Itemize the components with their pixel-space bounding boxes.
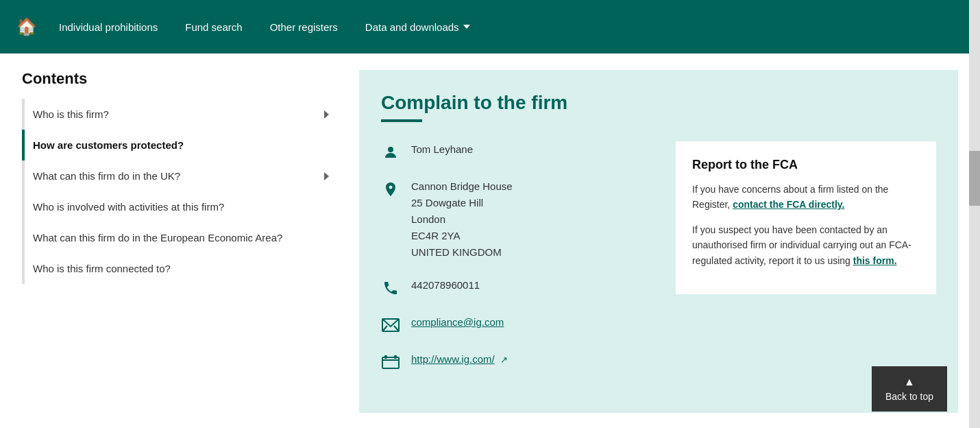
- nav-other-registers[interactable]: Other registers: [270, 21, 338, 33]
- email-icon: [381, 316, 400, 335]
- complain-divider: [381, 119, 422, 122]
- contact-address: Cannon Bridge House 25 Dowgate Hill Lond…: [411, 178, 513, 261]
- navigation: 🏠 Individual prohibitions Fund search Ot…: [0, 0, 980, 54]
- chevron-right-icon-2: [324, 172, 329, 180]
- svg-rect-7: [394, 355, 397, 359]
- svg-line-2: [382, 326, 387, 331]
- svg-rect-6: [384, 355, 387, 359]
- contact-name: Tom Leyhane: [411, 141, 473, 158]
- contents-title: Contents: [22, 70, 337, 88]
- svg-point-0: [388, 147, 393, 152]
- location-icon: [381, 180, 400, 199]
- website-icon: [381, 353, 400, 372]
- nav-links: Individual prohibitions Fund search Othe…: [59, 21, 470, 33]
- complain-title: Complain to the firm: [381, 92, 936, 114]
- chevron-right-icon: [324, 110, 329, 119]
- sidebar-item-connected-to[interactable]: Who is this firm connected to?: [22, 253, 337, 284]
- page-content: Contents Who is this firm? How are custo…: [0, 54, 980, 428]
- contact-website-row: http://www.ig.com/ ↗: [381, 351, 659, 372]
- sidebar: Contents Who is this firm? How are custo…: [22, 70, 337, 413]
- chevron-down-icon: [463, 25, 470, 29]
- sidebar-item-who-involved[interactable]: Who is involved with activities at this …: [22, 191, 337, 222]
- person-icon: [381, 143, 400, 162]
- nav-fund-search[interactable]: Fund search: [185, 21, 242, 33]
- contact-name-row: Tom Leyhane: [381, 141, 659, 162]
- this-form-link[interactable]: this form.: [853, 255, 897, 266]
- home-icon[interactable]: 🏠: [16, 17, 37, 36]
- main-panel: Complain to the firm Tom Leyhane: [359, 70, 958, 413]
- contact-phone-row: 442078960011: [381, 277, 659, 298]
- svg-rect-4: [382, 357, 399, 368]
- up-arrow-icon: ▲: [904, 376, 915, 388]
- report-text-2: If you suspect you have been contacted b…: [692, 222, 920, 268]
- sidebar-item-what-can-firm-uk[interactable]: What can this firm do in the UK?: [22, 160, 337, 191]
- sidebar-item-customers-protected[interactable]: How are customers protected?: [22, 130, 337, 160]
- external-link-icon: ↗: [500, 355, 508, 365]
- report-title: Report to the FCA: [692, 158, 920, 172]
- contact-fca-link[interactable]: contact the FCA directly.: [733, 199, 844, 210]
- report-panel: Report to the FCA If you have concerns a…: [676, 141, 936, 294]
- sidebar-item-what-can-firm-eea[interactable]: What can this firm do in the European Ec…: [22, 222, 337, 253]
- sidebar-item-who-is-firm[interactable]: Who is this firm?: [22, 99, 337, 130]
- nav-data-downloads[interactable]: Data and downloads: [365, 21, 470, 33]
- phone-icon: [381, 278, 400, 298]
- contact-address-row: Cannon Bridge House 25 Dowgate Hill Lond…: [381, 178, 659, 261]
- complain-body: Tom Leyhane Cannon Bridge House 25 Dowga…: [381, 141, 936, 388]
- scrollbar-thumb[interactable]: [969, 151, 980, 206]
- contact-details: Tom Leyhane Cannon Bridge House 25 Dowga…: [381, 141, 659, 388]
- contact-website: http://www.ig.com/ ↗: [411, 351, 508, 368]
- contact-email-row: compliance@ig.com: [381, 314, 659, 335]
- svg-line-3: [394, 326, 399, 331]
- contact-phone: 442078960011: [411, 277, 480, 294]
- scrollbar[interactable]: [969, 0, 980, 428]
- back-to-top-button[interactable]: ▲ Back to top: [872, 366, 947, 412]
- nav-individual-prohibitions[interactable]: Individual prohibitions: [59, 21, 158, 33]
- report-text-1: If you have concerns about a firm listed…: [692, 182, 920, 213]
- contact-email: compliance@ig.com: [411, 314, 504, 331]
